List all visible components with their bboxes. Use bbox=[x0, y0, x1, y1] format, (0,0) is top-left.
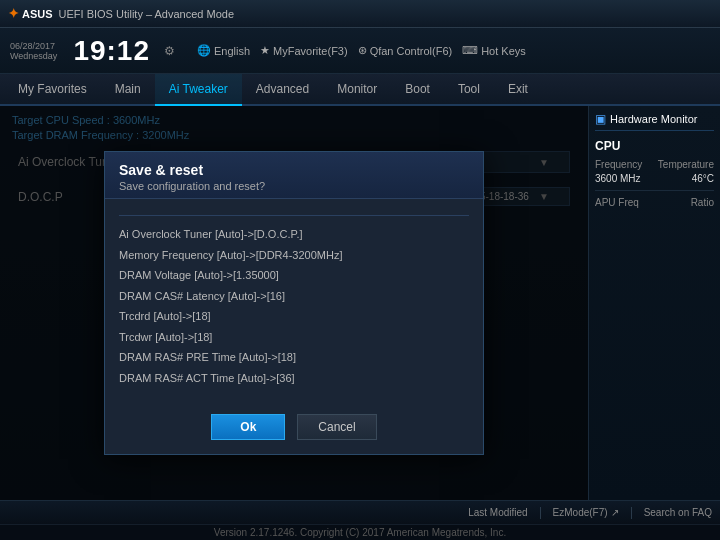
qfan-label: Qfan Control(F6) bbox=[370, 45, 453, 57]
footer-divider-2 bbox=[631, 507, 632, 519]
time-display: 19:12 bbox=[73, 37, 150, 65]
nav-main[interactable]: Main bbox=[101, 74, 155, 106]
time-bar-actions: 🌐 English ★ MyFavorite(F3) ⊛ Qfan Contro… bbox=[197, 44, 526, 57]
navbar: My Favorites Main Ai Tweaker Advanced Mo… bbox=[0, 74, 720, 106]
hw-monitor-title-text: Hardware Monitor bbox=[610, 113, 697, 125]
nav-boot[interactable]: Boot bbox=[391, 74, 444, 106]
hw-ratio-label: Ratio bbox=[691, 197, 714, 208]
search-faq-label: Search on FAQ bbox=[644, 507, 712, 518]
language-selector[interactable]: 🌐 English bbox=[197, 44, 250, 57]
ez-mode-btn[interactable]: EzMode(F7) ↗ bbox=[553, 507, 619, 518]
modal-header: Save & reset Save configuration and rese… bbox=[105, 152, 483, 199]
modal-overlay: Save & reset Save configuration and rese… bbox=[0, 106, 588, 500]
modal-subtitle: Save configuration and reset? bbox=[119, 180, 469, 192]
content-area: Target CPU Speed : 3600MHz Target DRAM F… bbox=[0, 106, 720, 500]
nav-advanced[interactable]: Advanced bbox=[242, 74, 323, 106]
modal-item-2: DRAM Voltage [Auto]->[1.35000] bbox=[119, 265, 469, 286]
time-bar: 06/28/2017 Wednesday 19:12 ⚙ 🌐 English ★… bbox=[0, 28, 720, 74]
hw-freq-value: 3600 MHz bbox=[595, 173, 641, 184]
nav-exit[interactable]: Exit bbox=[494, 74, 542, 106]
qfan-btn[interactable]: ⊛ Qfan Control(F6) bbox=[358, 44, 453, 57]
modal-divider bbox=[119, 215, 469, 216]
hw-freq-row: Frequency Temperature bbox=[595, 159, 714, 170]
hw-monitor-sidebar: ▣ Hardware Monitor CPU Frequency Tempera… bbox=[588, 106, 720, 500]
modal-item-6: DRAM RAS# PRE Time [Auto]->[18] bbox=[119, 347, 469, 368]
monitor-icon: ▣ bbox=[595, 112, 606, 126]
modal-item-3: DRAM CAS# Latency [Auto]->[16] bbox=[119, 286, 469, 307]
myfavorites-label: MyFavorite(F3) bbox=[273, 45, 348, 57]
language-label: English bbox=[214, 45, 250, 57]
hw-temp-label: Temperature bbox=[658, 159, 714, 170]
hw-temp-value: 46°C bbox=[692, 173, 714, 184]
language-icon: 🌐 bbox=[197, 44, 211, 57]
date-display: 06/28/2017 bbox=[10, 41, 57, 51]
save-reset-modal: Save & reset Save configuration and rese… bbox=[104, 151, 484, 455]
hotkeys-label: Hot Keys bbox=[481, 45, 526, 57]
hw-divider bbox=[595, 190, 714, 191]
nav-my-favorites[interactable]: My Favorites bbox=[4, 74, 101, 106]
asus-logo: ✦ ASUS bbox=[8, 6, 53, 21]
header-bar: ✦ ASUS UEFI BIOS Utility – Advanced Mode bbox=[0, 0, 720, 28]
hotkeys-btn[interactable]: ⌨ Hot Keys bbox=[462, 44, 526, 57]
modal-item-7: DRAM RAS# ACT Time [Auto]->[36] bbox=[119, 368, 469, 389]
modal-item-4: Trcdrd [Auto]->[18] bbox=[119, 306, 469, 327]
settings-icon[interactable]: ⚙ bbox=[164, 44, 175, 58]
asus-text: ASUS bbox=[22, 8, 53, 20]
last-modified-btn[interactable]: Last Modified bbox=[468, 507, 527, 518]
footer-bar: Last Modified EzMode(F7) ↗ Search on FAQ bbox=[0, 500, 720, 524]
main-container: ✦ ASUS UEFI BIOS Utility – Advanced Mode… bbox=[0, 0, 720, 540]
footer-divider-1 bbox=[540, 507, 541, 519]
modal-item-1: Memory Frequency [Auto]->[DDR4-3200MHz] bbox=[119, 245, 469, 266]
main-content: Target CPU Speed : 3600MHz Target DRAM F… bbox=[0, 106, 588, 500]
modal-body: Ai Overclock Tuner [Auto]->[D.O.C.P.] Me… bbox=[105, 199, 483, 398]
hw-apu-row: APU Freq Ratio bbox=[595, 197, 714, 208]
cancel-button[interactable]: Cancel bbox=[297, 414, 376, 440]
hw-freq-value-row: 3600 MHz 46°C bbox=[595, 173, 714, 184]
qfan-icon: ⊛ bbox=[358, 44, 367, 57]
day-display: Wednesday bbox=[10, 51, 57, 61]
nav-monitor[interactable]: Monitor bbox=[323, 74, 391, 106]
hw-apu-label: APU Freq bbox=[595, 197, 639, 208]
modal-footer: Ok Cancel bbox=[105, 398, 483, 454]
header-title: UEFI BIOS Utility – Advanced Mode bbox=[59, 8, 712, 20]
modal-item-5: Trcdwr [Auto]->[18] bbox=[119, 327, 469, 348]
ok-button[interactable]: Ok bbox=[211, 414, 285, 440]
nav-tool[interactable]: Tool bbox=[444, 74, 494, 106]
last-modified-label: Last Modified bbox=[468, 507, 527, 518]
modal-item-0: Ai Overclock Tuner [Auto]->[D.O.C.P.] bbox=[119, 224, 469, 245]
ez-mode-label: EzMode(F7) bbox=[553, 507, 608, 518]
favorites-icon: ★ bbox=[260, 44, 270, 57]
search-faq-btn[interactable]: Search on FAQ bbox=[644, 507, 712, 518]
cpu-section-title: CPU bbox=[595, 139, 714, 153]
hw-freq-label: Frequency bbox=[595, 159, 642, 170]
nav-ai-tweaker[interactable]: Ai Tweaker bbox=[155, 74, 242, 106]
footer-copyright: Version 2.17.1246. Copyright (C) 2017 Am… bbox=[0, 524, 720, 540]
modal-title: Save & reset bbox=[119, 162, 469, 178]
hw-monitor-title-bar: ▣ Hardware Monitor bbox=[595, 112, 714, 131]
ez-mode-arrow-icon: ↗ bbox=[611, 507, 619, 518]
hotkeys-icon: ⌨ bbox=[462, 44, 478, 57]
asus-logo-icon: ✦ bbox=[8, 6, 19, 21]
date-time-block: 06/28/2017 Wednesday bbox=[10, 41, 57, 61]
bottom-bar: Last Modified EzMode(F7) ↗ Search on FAQ… bbox=[0, 500, 720, 540]
myfavorites-btn[interactable]: ★ MyFavorite(F3) bbox=[260, 44, 348, 57]
